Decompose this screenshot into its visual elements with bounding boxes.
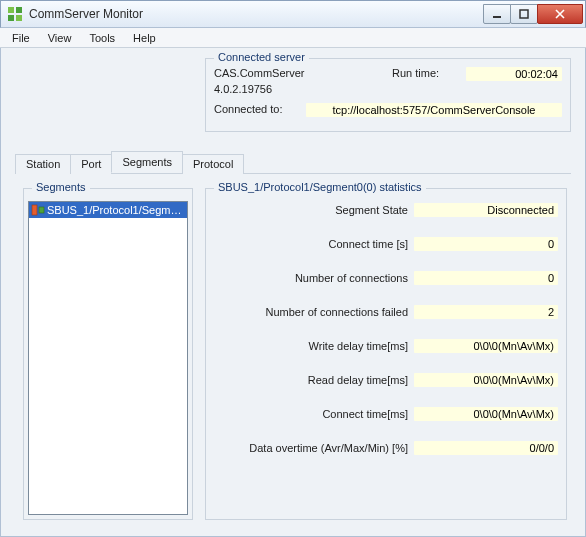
tab-station[interactable]: Station bbox=[15, 154, 71, 174]
stat-label: Data overtime (Avr/Max/Min) [%] bbox=[214, 442, 414, 454]
stat-row-segment-state: Segment State Disconnected bbox=[214, 201, 558, 219]
stat-label: Connect time[ms] bbox=[214, 408, 414, 420]
stat-label: Connect time [s] bbox=[214, 238, 414, 250]
tabs: Station Port Segments Protocol bbox=[15, 152, 571, 174]
stat-row-data-overtime: Data overtime (Avr/Max/Min) [%] 0/0/0 bbox=[214, 439, 558, 457]
connected-server-group: Connected server CAS.CommServer 4.0.2.19… bbox=[205, 58, 571, 132]
stat-value: 0\0\0(Mn\Av\Mx) bbox=[414, 407, 558, 421]
stat-value: Disconnected bbox=[414, 203, 558, 217]
segments-group: Segments SBUS_1/Protocol1/Segment... bbox=[23, 188, 193, 520]
svg-rect-5 bbox=[520, 10, 528, 18]
tab-segments[interactable]: Segments bbox=[111, 151, 183, 173]
stat-value: 0\0\0(Mn\Av\Mx) bbox=[414, 339, 558, 353]
list-item[interactable]: SBUS_1/Protocol1/Segment... bbox=[29, 202, 187, 218]
stat-label: Read delay time[ms] bbox=[214, 374, 414, 386]
stat-row-connect-time-ms: Connect time[ms] 0\0\0(Mn\Av\Mx) bbox=[214, 405, 558, 423]
svg-rect-4 bbox=[493, 16, 501, 18]
stat-row-write-delay: Write delay time[ms] 0\0\0(Mn\Av\Mx) bbox=[214, 337, 558, 355]
window-buttons bbox=[484, 4, 583, 24]
stat-value: 0\0\0(Mn\Av\Mx) bbox=[414, 373, 558, 387]
svg-rect-3 bbox=[16, 15, 22, 21]
server-name-label: CAS.CommServer bbox=[214, 67, 304, 79]
list-item-label: SBUS_1/Protocol1/Segment... bbox=[47, 204, 185, 216]
runtime-label: Run time: bbox=[392, 67, 439, 79]
titlebar: CommServer Monitor bbox=[0, 0, 586, 28]
tab-protocol[interactable]: Protocol bbox=[182, 154, 244, 174]
server-version: 4.0.2.19756 bbox=[214, 83, 272, 95]
segments-legend: Segments bbox=[32, 181, 90, 193]
segment-icon bbox=[31, 203, 45, 217]
svg-rect-0 bbox=[8, 7, 14, 13]
stats-group: SBUS_1/Protocol1/Segment0(0) statistics … bbox=[205, 188, 567, 520]
tab-port[interactable]: Port bbox=[70, 154, 112, 174]
client-area: Connected server CAS.CommServer 4.0.2.19… bbox=[0, 48, 586, 537]
stat-row-connect-time-s: Connect time [s] 0 bbox=[214, 235, 558, 253]
svg-rect-6 bbox=[32, 205, 37, 215]
stat-row-read-delay: Read delay time[ms] 0\0\0(Mn\Av\Mx) bbox=[214, 371, 558, 389]
svg-rect-1 bbox=[16, 7, 22, 13]
runtime-value-row: 00:02:04 bbox=[466, 67, 562, 81]
segments-listbox[interactable]: SBUS_1/Protocol1/Segment... bbox=[28, 201, 188, 515]
menubar: File View Tools Help bbox=[0, 28, 586, 48]
stat-value: 2 bbox=[414, 305, 558, 319]
svg-rect-7 bbox=[39, 207, 44, 213]
connected-to-value-row: tcp://localhost:5757/CommServerConsole bbox=[306, 103, 562, 117]
app-icon bbox=[7, 6, 23, 22]
connected-to-label: Connected to: bbox=[214, 103, 283, 115]
stat-label: Segment State bbox=[214, 204, 414, 216]
menu-tools[interactable]: Tools bbox=[81, 30, 123, 46]
stat-label: Number of connections failed bbox=[214, 306, 414, 318]
window-title: CommServer Monitor bbox=[29, 7, 484, 21]
menu-file[interactable]: File bbox=[4, 30, 38, 46]
connected-to-label-row: Connected to: bbox=[214, 103, 283, 115]
stat-label: Write delay time[ms] bbox=[214, 340, 414, 352]
runtime-value: 00:02:04 bbox=[466, 67, 562, 81]
stat-row-num-connections-failed: Number of connections failed 2 bbox=[214, 303, 558, 321]
menu-help[interactable]: Help bbox=[125, 30, 164, 46]
server-version-label: 4.0.2.19756 bbox=[214, 83, 272, 95]
stats-legend: SBUS_1/Protocol1/Segment0(0) statistics bbox=[214, 181, 426, 193]
server-name: CAS.CommServer bbox=[214, 67, 304, 79]
stat-label: Number of connections bbox=[214, 272, 414, 284]
stat-value: 0 bbox=[414, 271, 558, 285]
stat-value: 0 bbox=[414, 237, 558, 251]
menu-view[interactable]: View bbox=[40, 30, 80, 46]
minimize-button[interactable] bbox=[483, 4, 511, 24]
runtime-label-row: Run time: bbox=[392, 67, 439, 79]
stat-row-num-connections: Number of connections 0 bbox=[214, 269, 558, 287]
connected-server-legend: Connected server bbox=[214, 51, 309, 63]
tab-strip: Station Port Segments Protocol bbox=[15, 152, 571, 174]
stat-value: 0/0/0 bbox=[414, 441, 558, 455]
maximize-button[interactable] bbox=[510, 4, 538, 24]
connected-to-value: tcp://localhost:5757/CommServerConsole bbox=[306, 103, 562, 117]
svg-rect-2 bbox=[8, 15, 14, 21]
close-button[interactable] bbox=[537, 4, 583, 24]
